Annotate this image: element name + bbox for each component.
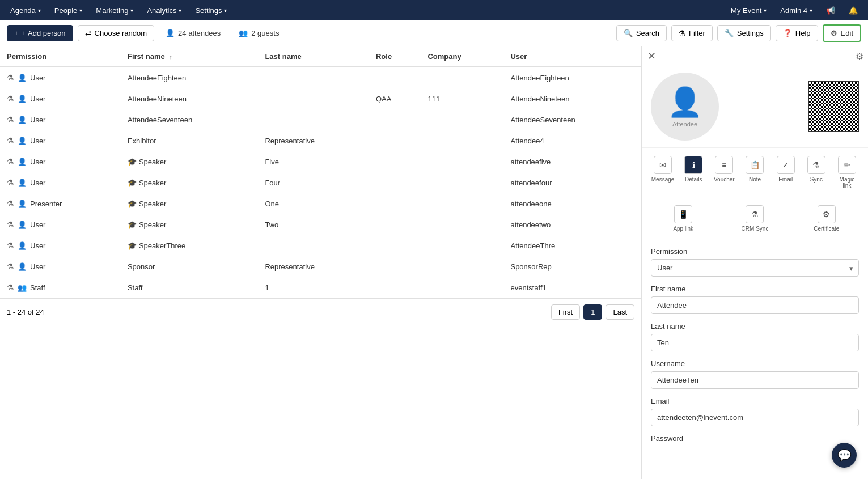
table-row[interactable]: ⚗👤UserExhibitorRepresentativeAttendee4 [0,130,641,151]
filter-button[interactable]: ⚗ Filter [671,25,713,41]
guests-icon: 👥 [239,29,248,37]
user-type-icon: 👤 [18,262,27,271]
table-row[interactable]: ⚗👤UserAttendeeNineteenQAA111AttendeeNine… [0,88,641,109]
table-row[interactable]: ⚗👤UserAttendeeSeventeenAttendeeSeventeen [0,109,641,130]
username-group: Username [651,359,859,389]
speaker-hat-icon: 🎓 [128,158,137,166]
nav-settings-label: Settings [195,6,222,15]
table-row[interactable]: ⚗👤User🎓SpeakerFiveattendeefive [0,151,641,172]
table-row[interactable]: ⚗👤User🎓SpeakerFourattendeefour [0,172,641,193]
username-input[interactable] [651,371,859,389]
cell-last-name: Five [258,151,369,172]
action-message[interactable]: ✉ Message [649,152,677,192]
guests-label: 2 guests [251,29,279,37]
permission-value: User [30,74,45,82]
col-role[interactable]: Role [369,46,421,67]
nav-analytics-chevron: ▾ [179,7,181,14]
chat-bubble[interactable]: 💬 [832,443,857,468]
first-name-input[interactable] [651,296,859,314]
action-certificate[interactable]: ⚙ Certificate [792,202,861,235]
message-label: Message [651,176,675,183]
permission-value: User [30,241,45,250]
cell-company [421,277,503,298]
nav-people[interactable]: People ▾ [49,3,88,18]
note-icon: 📋 [746,156,764,174]
nav-settings[interactable]: Settings ▾ [189,3,232,18]
nav-analytics[interactable]: Analytics ▾ [141,3,187,18]
password-label: Password [651,434,859,443]
permission-value: User [30,137,45,145]
panel-profile: 👤 Attendee [642,66,868,147]
toolbar: + + Add person ⇄ Choose random 👤 24 atte… [0,20,868,46]
col-first-name[interactable]: First name ↑ [121,46,258,67]
permission-group: Permission User Admin Presenter Staff ▾ [651,247,859,277]
nav-admin[interactable]: Admin 4 ▾ [774,3,818,18]
permission-value: User [30,179,45,187]
nav-my-event[interactable]: My Event ▾ [725,3,772,18]
nav-agenda[interactable]: Agenda ▾ [5,3,46,18]
sync-icon: ⚗ [807,156,825,174]
panel-gear-button[interactable]: ⚙ [856,51,863,62]
action-magic-link[interactable]: ✏ Magic link [833,152,861,192]
cell-first-name: 🎓Speaker [121,193,258,214]
col-user[interactable]: User [503,46,641,67]
action-voucher[interactable]: ≡ Voucher [710,152,738,192]
panel-header: ✕ ⚙ [642,46,868,66]
choose-random-button[interactable]: ⇄ Choose random [78,25,155,41]
nav-notifications[interactable]: 🔔 [843,3,863,18]
table-row[interactable]: ⚗👤User🎓SpeakerTwoattendeetwo [0,214,641,235]
action-sync[interactable]: ⚗ Sync [802,152,831,192]
email-input[interactable] [651,409,859,426]
speaker-hat-icon: 🎓 [128,200,137,208]
certificate-label: Certificate [814,226,839,232]
cell-role [369,277,421,298]
edit-button[interactable]: ⚙ Edit [823,24,861,42]
permission-select[interactable]: User Admin Presenter Staff [651,259,859,277]
add-person-button[interactable]: + + Add person [7,25,73,41]
cell-last-name: Four [258,172,369,193]
my-event-chevron: ▾ [764,7,767,14]
action-note[interactable]: 📋 Note [740,152,769,192]
flask-icon: ⚗ [7,241,14,250]
cell-company [421,172,503,193]
table-row[interactable]: ⚗👤UserAttendeeEighteenAttendeeEighteen [0,67,641,88]
table-row[interactable]: ⚗👤User🎓SpeakerThreeAttendeeThre [0,235,641,256]
sort-arrow-first-name: ↑ [169,53,172,60]
action-app-link[interactable]: 📱 App link [649,202,718,235]
user-type-icon: 👤 [18,116,27,124]
page-1-button[interactable]: 1 [583,304,602,320]
table-row[interactable]: ⚗👤UserSponsorRepresentativeSponsorRep [0,256,641,277]
col-permission[interactable]: Permission [0,46,121,67]
cell-user: attendeefour [503,172,641,193]
choose-random-label: Choose random [95,29,147,37]
cell-first-name: 🎓Speaker [121,172,258,193]
col-last-name[interactable]: Last name [258,46,369,67]
first-page-button[interactable]: First [551,304,580,320]
action-email[interactable]: ✓ Email [772,152,800,192]
col-company[interactable]: Company [421,46,503,67]
last-name-input[interactable] [651,334,859,351]
flask-icon: ⚗ [7,283,14,292]
search-button[interactable]: 🔍 Search [616,25,667,41]
admin-chevron: ▾ [810,7,812,14]
settings-button[interactable]: 🔧 Settings [717,25,771,41]
permission-value: User [30,95,45,103]
table-header-row: Permission First name ↑ Last name Role C… [0,46,641,67]
nav-marketing[interactable]: Marketing ▾ [90,3,139,18]
cell-company [421,235,503,256]
flask-icon: ⚗ [7,199,14,208]
last-page-button[interactable]: Last [606,304,634,320]
table-row[interactable]: ⚗👤Presenter🎓SpeakerOneattendeeone [0,193,641,214]
panel-close-button[interactable]: ✕ [644,49,659,63]
cell-last-name: Representative [258,256,369,277]
last-name-label: Last name [651,322,859,330]
help-button[interactable]: ❓ Help [776,25,818,41]
settings-icon: 🔧 [725,29,734,37]
cell-permission: ⚗👤User [0,130,121,151]
nav-announcements[interactable]: 📢 [820,3,841,18]
action-crm-sync[interactable]: ⚗ CRM Sync [720,202,789,235]
table-row[interactable]: ⚗👥StaffStaff1eventstaff1 [0,277,641,298]
action-details[interactable]: ℹ Details [679,152,708,192]
add-person-label: + Add person [22,29,66,37]
table-area: Permission First name ↑ Last name Role C… [0,46,641,479]
